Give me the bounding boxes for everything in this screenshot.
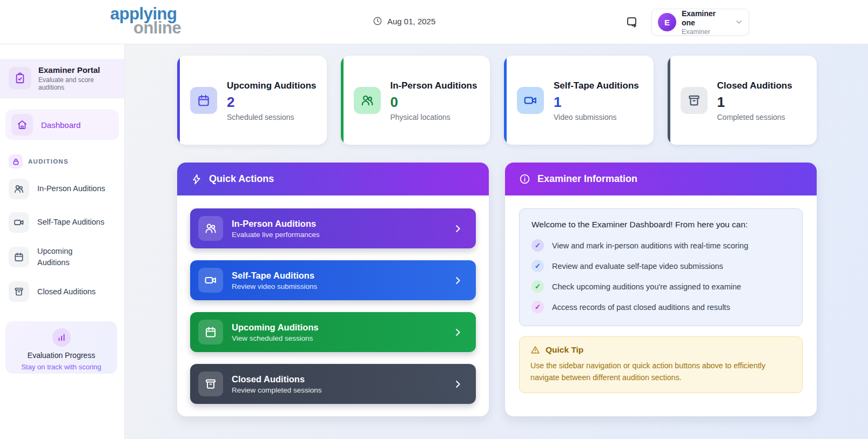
sidebar-item-label: Upcoming Auditions [37,246,88,268]
logo-line2: online [133,21,181,35]
video-camera-icon [9,212,29,233]
clock-icon [373,16,382,26]
progress-title: Evaluation Progress [5,351,117,360]
archive-icon [681,87,708,114]
quick-actions-header: Quick Actions [177,163,489,195]
panel-title: Examiner Information [537,173,637,185]
sidebar-portal-header: Examiner Portal Evaluate and score audit… [0,59,124,98]
message-icon[interactable] [625,16,640,30]
list-item: ✓ Access records of past closed audition… [531,301,790,313]
evaluation-progress-card[interactable]: Evaluation Progress Stay on track with s… [5,321,117,374]
video-camera-icon [198,268,223,293]
section-label: AUDITIONS [28,158,69,165]
user-name: Examiner one [682,9,729,28]
action-subtitle: Review completed sessions [232,386,322,394]
check-icon: ✓ [531,260,544,272]
sidebar-item-closed-auditions[interactable]: Closed Auditions [5,279,119,305]
calendar-icon [198,320,223,345]
action-in-person-auditions[interactable]: In-Person Auditions Evaluate live perfor… [190,208,476,248]
stat-title: Self-Tape Auditions [554,79,639,93]
portal-title: Examiner Portal [38,65,116,75]
list-item-text: Access records of past closed auditions … [552,303,730,312]
list-item-text: Review and evaluate self-tape video subm… [552,262,723,271]
user-menu[interactable]: E Examiner one Examiner [651,9,749,36]
home-icon [11,114,33,136]
list-item-text: Check upcoming auditions you're assigned… [552,282,741,291]
lightning-bolt-icon [191,174,202,185]
stat-card-upcoming-auditions[interactable]: Upcoming Auditions 2 Scheduled sessions [177,56,327,145]
examiner-information-header: Examiner Information [505,163,817,195]
action-title: Closed Auditions [232,374,322,384]
chevron-right-icon [453,327,463,337]
check-icon: ✓ [531,280,544,293]
action-upcoming-auditions[interactable]: Upcoming Auditions View scheduled sessio… [190,312,476,352]
chevron-right-icon [453,275,463,286]
chevron-right-icon [453,224,463,234]
list-item: ✓ Check upcoming auditions you're assign… [531,280,790,293]
sidebar-section-auditions: AUDITIONS [9,154,116,168]
stat-card-self-tape-auditions[interactable]: Self-Tape Auditions 1 Video submissions [504,56,654,145]
stat-card-closed-auditions[interactable]: Closed Auditions 1 Completed sessions [668,56,817,145]
info-icon [519,173,530,185]
list-item-text: View and mark in-person auditions with r… [552,241,748,250]
calendar-icon [9,247,29,267]
users-icon [198,216,223,241]
list-item: ✓ Review and evaluate self-tape video su… [531,260,790,272]
calendar-icon [190,87,217,114]
examiner-information-panel: Examiner Information Welcome to the Exam… [505,163,817,416]
archive-icon [198,372,223,396]
user-role: Examiner [682,28,729,36]
stat-subtitle: Physical locations [391,113,477,121]
stat-subtitle: Completed sessions [717,113,792,121]
welcome-box: Welcome to the Examiner Dashboard! From … [519,208,803,326]
bar-chart-icon [52,328,71,347]
portal-subtitle: Evaluate and score auditions [38,76,116,91]
welcome-title: Welcome to the Examiner Dashboard! From … [531,220,790,229]
check-icon: ✓ [531,301,544,313]
sidebar: Examiner Portal Evaluate and score audit… [0,44,125,439]
tip-title: Quick Tip [546,345,583,355]
action-subtitle: View scheduled sessions [232,334,319,342]
stat-value: 1 [717,94,792,111]
sidebar-item-label: In-Person Auditions [37,183,105,194]
action-title: Upcoming Auditions [232,322,319,333]
progress-subtitle: Stay on track with scoring [5,363,117,371]
sidebar-item-dashboard[interactable]: Dashboard [5,110,119,140]
app-logo: applying online [110,7,181,35]
sidebar-item-in-person-auditions[interactable]: In-Person Auditions [5,176,119,202]
quick-tip-box: Quick Tip Use the sidebar navigation or … [519,336,803,393]
stat-title: Closed Auditions [717,79,792,93]
action-subtitle: Evaluate live performances [232,231,320,239]
avatar: E [658,13,676,31]
action-title: In-Person Auditions [232,219,320,229]
check-icon: ✓ [531,239,544,252]
stat-title: Upcoming Auditions [227,79,317,93]
users-icon [9,179,29,199]
tip-text: Use the sidebar navigation or quick acti… [530,360,791,383]
clipboard-check-icon [9,67,31,90]
sidebar-item-label: Closed Auditions [37,286,96,298]
panel-title: Quick Actions [209,173,274,185]
sidebar-item-label: Dashboard [41,120,80,130]
warning-triangle-icon [530,345,540,355]
sidebar-item-label: Self-Tape Auditions [37,217,104,228]
sidebar-item-self-tape-auditions[interactable]: Self-Tape Auditions [5,210,119,235]
lock-icon [9,154,23,168]
action-self-tape-auditions[interactable]: Self-Tape Auditions Review video submiss… [190,260,476,300]
quick-actions-panel: Quick Actions In-Person Auditions Evalua… [177,163,489,416]
chevron-right-icon [453,379,463,389]
stat-value: 1 [554,94,639,111]
stats-row: Upcoming Auditions 2 Scheduled sessions … [177,56,817,145]
sidebar-item-upcoming-auditions[interactable]: Upcoming Auditions [5,243,119,271]
action-subtitle: Review video submissions [232,282,317,291]
stat-card-in-person-auditions[interactable]: In-Person Auditions 0 Physical locations [341,56,490,145]
stat-subtitle: Video submissions [554,113,639,121]
current-date: Aug 01, 2025 [373,16,435,26]
stat-value: 0 [391,94,477,111]
stat-title: In-Person Auditions [391,79,477,93]
video-camera-icon [517,87,544,114]
chevron-down-icon [735,18,743,26]
main-content: Upcoming Auditions 2 Scheduled sessions … [125,44,868,439]
top-header: applying online Aug 01, 2025 E Examiner … [0,0,868,44]
action-closed-auditions[interactable]: Closed Auditions Review completed sessio… [190,364,476,404]
